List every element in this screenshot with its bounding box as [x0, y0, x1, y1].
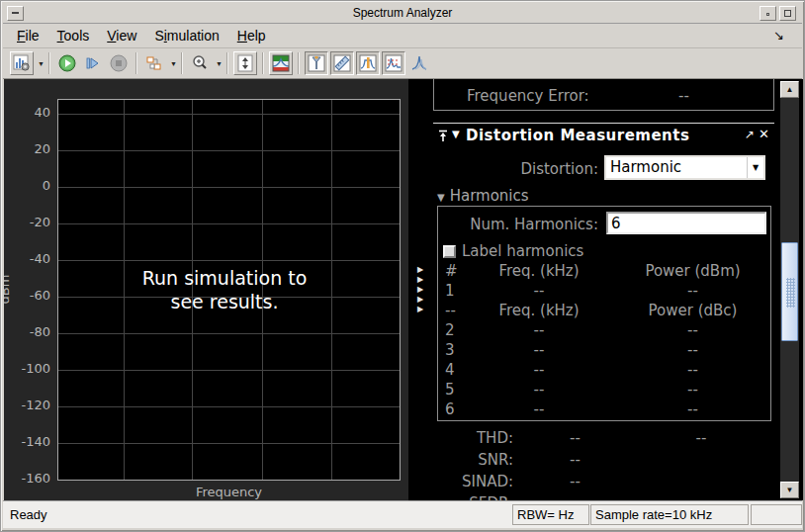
menu-help[interactable]: Help: [228, 25, 275, 46]
menu-tools[interactable]: Tools: [48, 25, 99, 46]
distortion-type-value: Harmonic: [610, 158, 681, 176]
label-harmonics-checkbox[interactable]: [443, 245, 456, 258]
channel-measurements-icon: [359, 54, 377, 72]
expand-arrows-icon: ▶▶▶▶▶: [417, 265, 423, 313]
plot-message: Run simulation to see results.: [142, 266, 308, 313]
table-row: 6 -- --: [438, 400, 770, 420]
menu-simulation[interactable]: Simulation: [145, 25, 227, 46]
maximize-icon: [784, 10, 791, 17]
y-tick-label: -40: [7, 251, 50, 266]
simulation-config-dropdown[interactable]: ▼: [170, 60, 177, 67]
scroll-down-icon[interactable]: ▼: [780, 482, 799, 498]
label-harmonics-label: Label harmonics: [462, 242, 583, 260]
fit-y-axis-button[interactable]: [233, 51, 257, 75]
y-tick-label: -60: [7, 288, 50, 303]
step-forward-button[interactable]: [81, 51, 105, 75]
chevron-down-icon[interactable]: ▼: [747, 157, 763, 178]
gridline: [58, 223, 400, 224]
gridline: [58, 114, 400, 115]
close-icon[interactable]: ✕: [759, 127, 769, 141]
y-tick-label: -20: [7, 215, 50, 229]
gridline: [58, 443, 400, 444]
toolbar: ▼: [3, 48, 802, 79]
y-tick-label: -140: [7, 434, 50, 449]
status-text: Ready: [10, 507, 47, 522]
gridline: [58, 187, 400, 188]
maximize-button[interactable]: [779, 6, 796, 21]
distortion-measurements-button[interactable]: [382, 51, 405, 75]
frequency-error-box: Frequency Error: --: [433, 79, 774, 111]
num-harmonics-input[interactable]: [606, 212, 766, 234]
empty-status-cell: [751, 504, 802, 525]
table-row: 2 -- --: [438, 321, 770, 341]
distortion-type-label: Distortion:: [432, 160, 598, 178]
toolbar-separator: [262, 52, 264, 74]
y-tick-label: -160: [7, 471, 50, 486]
num-harmonics-label: Num. Harmonics:: [438, 216, 598, 233]
run-button[interactable]: [55, 51, 79, 75]
scope-settings-icon: [13, 54, 31, 72]
simulation-config-button[interactable]: [142, 51, 166, 75]
gridline: [331, 100, 332, 480]
menu-view[interactable]: View: [98, 25, 145, 46]
spectrum-settings-icon: [272, 54, 290, 72]
y-tick-label: 0: [7, 178, 50, 193]
zoom-in-icon: [191, 54, 209, 72]
distortion-panel-header[interactable]: ▼ Distortion Measurements ↗ ✕: [433, 123, 774, 147]
rbw-status-cell: RBW= Hz: [512, 504, 589, 525]
run-icon: [58, 54, 76, 72]
y-tick-label: -80: [7, 324, 50, 339]
scope-content: dBm 40200-20-40-60-80-100-120-140-160 Fr…: [4, 79, 803, 500]
panel-scrollbar[interactable]: ▲ ▼: [780, 81, 799, 498]
harmonics-section-header[interactable]: ▼Harmonics: [437, 187, 529, 205]
scope-settings-button[interactable]: [10, 51, 34, 75]
frequency-error-label: Frequency Error:: [467, 87, 589, 105]
gridline: [58, 370, 400, 371]
toolbar-separator: [298, 52, 300, 74]
zoom-in-button[interactable]: [188, 51, 212, 75]
peak-finder-button[interactable]: [305, 51, 328, 75]
spectral-mask-button[interactable]: [407, 51, 431, 75]
cursor-measurements-button[interactable]: [330, 51, 354, 75]
window-title: Spectrum Analyzer: [3, 6, 802, 20]
scroll-up-icon[interactable]: ▲: [780, 81, 799, 98]
label-harmonics-row: Label harmonics: [443, 242, 583, 260]
gridline: [58, 406, 400, 407]
thd-row: THD: -- --: [433, 429, 774, 451]
title-bar: Spectrum Analyzer: [3, 3, 802, 24]
simulation-config-icon: [145, 54, 163, 72]
pin-icon[interactable]: [438, 129, 448, 146]
sample-rate-status-cell: Sample rate=10 kHz: [590, 504, 749, 525]
channel-measurements-button[interactable]: [356, 51, 380, 75]
y-tick-label: 20: [7, 141, 50, 156]
shade-button[interactable]: [760, 6, 776, 21]
stop-button[interactable]: [107, 51, 131, 75]
peak-finder-icon: [308, 54, 325, 72]
collapse-triangle-icon[interactable]: ▼: [452, 129, 460, 139]
y-tick-label: 40: [7, 105, 50, 120]
stop-icon: [110, 54, 128, 72]
distortion-type-select[interactable]: Harmonic ▼: [604, 155, 765, 180]
spectrum-analyzer-window: Spectrum Analyzer File Tools View Simula…: [0, 0, 805, 532]
measurements-panel: Frequency Error: -- ▼ Distortion Measure…: [432, 79, 780, 500]
distortion-measurements-icon: [385, 54, 402, 72]
x-axis-label: Frequency: [57, 485, 401, 499]
gridline: [124, 100, 125, 480]
zoom-dropdown[interactable]: ▼: [216, 60, 223, 67]
scrollbar-thumb[interactable]: [781, 242, 798, 341]
cursor-measurements-icon: [333, 54, 351, 72]
menu-bar: File Tools View Simulation Help ↘: [3, 24, 802, 48]
spectrum-settings-button[interactable]: [269, 51, 293, 75]
toolbar-separator: [48, 52, 50, 74]
menu-file[interactable]: File: [8, 25, 48, 46]
table-row: 5 -- --: [438, 381, 770, 400]
harmonics-table-subheader: -- Freq. (kHz) Power (dBc): [438, 302, 770, 321]
toolbar-separator: [181, 52, 183, 74]
panel-collapse-gutter[interactable]: ▶▶▶▶▶: [408, 79, 432, 500]
dock-arrow-icon[interactable]: ↘: [773, 28, 784, 43]
y-tick-label: -100: [7, 361, 50, 376]
spectral-mask-icon: [410, 54, 428, 72]
scope-settings-dropdown[interactable]: ▼: [38, 60, 45, 67]
fit-y-axis-icon: [236, 54, 254, 72]
popout-icon[interactable]: ↗: [745, 128, 755, 141]
